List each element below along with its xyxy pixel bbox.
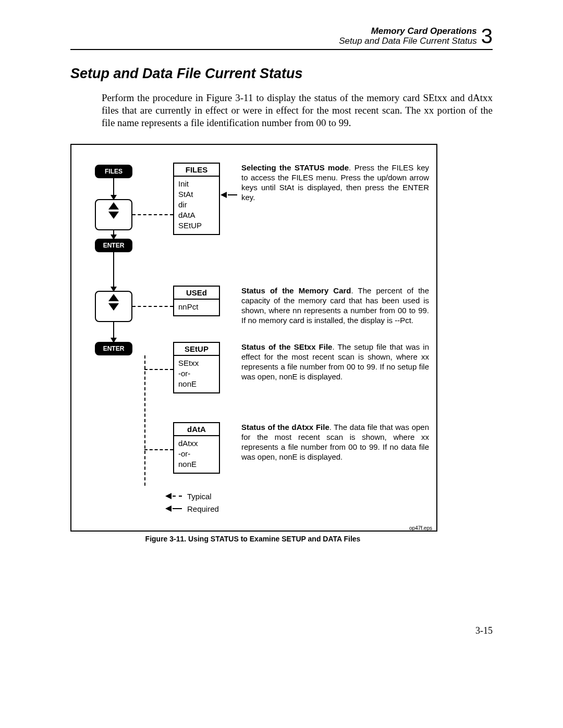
menu-header: USEd <box>174 287 219 300</box>
legend-typical: Typical <box>187 492 212 501</box>
desc-bold: Status of the SEtxx File <box>241 342 332 351</box>
used-menu: USEd nnPct <box>173 286 220 316</box>
desc-bold: Status of the Memory Card <box>241 286 351 295</box>
dashed-connector <box>132 214 173 215</box>
arrow-left-icon <box>165 493 172 499</box>
header-title: Memory Card Operations <box>371 27 477 36</box>
figure-box: FILES ENTER ENTER FILES Init S <box>70 144 437 532</box>
down-arrow-icon <box>108 212 119 219</box>
dashed-connector <box>132 306 173 307</box>
enter-key: ENTER <box>95 239 132 252</box>
arrow-left-icon <box>165 505 172 512</box>
required-arrow-icon <box>221 192 242 198</box>
menu-item: -or- <box>178 449 215 459</box>
up-arrow-icon <box>108 202 119 209</box>
menu-item: SEtxx <box>178 358 215 368</box>
status-mode-description: Selecting the STATUS mode. Press the FIL… <box>241 163 429 202</box>
menu-item: StAt <box>178 189 215 200</box>
files-menu: FILES Init StAt dir dAtA SEtUP <box>173 163 220 235</box>
enter-key: ENTER <box>95 342 132 355</box>
menu-item: dir <box>178 200 215 210</box>
files-key: FILES <box>95 165 132 178</box>
setxx-description: Status of the SEtxx File. The setup file… <box>241 342 429 381</box>
menu-header: SEtUP <box>174 343 219 356</box>
up-arrow-icon <box>108 294 119 301</box>
menu-header: dAtA <box>174 423 219 436</box>
desc-bold: Selecting the STATUS mode <box>241 163 349 172</box>
chapter-number: 3 <box>481 26 493 46</box>
menu-header: FILES <box>174 164 219 177</box>
section-title: Setup and Data File Current Status <box>70 66 493 82</box>
menu-item: dAtxx <box>178 438 215 449</box>
menu-item: dAtA <box>178 210 215 220</box>
page-number: 3-15 <box>475 625 493 636</box>
connector <box>113 252 114 291</box>
desc-bold: Status of the dAtxx File <box>241 423 329 431</box>
intro-paragraph: Perform the procedure in Figure 3-11 to … <box>102 92 493 129</box>
eps-filename: op47f.eps <box>409 525 432 531</box>
dashed-connector <box>144 369 173 370</box>
memory-card-description: Status of the Memory Card. The percent o… <box>241 286 429 325</box>
solid-line-icon <box>173 508 182 509</box>
menu-item: Init <box>178 179 215 189</box>
menu-item: nonE <box>178 379 215 389</box>
menu-item: -or- <box>178 368 215 379</box>
menu-item: SEtUP <box>178 220 215 231</box>
dashed-line-icon <box>173 496 182 497</box>
datxx-description: Status of the dAtxx File. The data file … <box>241 422 429 462</box>
menu-item: nonE <box>178 459 215 470</box>
header-subtitle: Setup and Data File Current Status <box>339 36 477 46</box>
up-down-key <box>95 199 132 230</box>
setup-menu: SEtUP SEtxx -or- nonE <box>173 342 220 393</box>
dashed-connector <box>144 355 145 486</box>
up-down-key <box>95 291 132 322</box>
data-menu: dAtA dAtxx -or- nonE <box>173 422 220 474</box>
legend-required: Required <box>187 504 219 513</box>
figure-caption: Figure 3-11. Using STATUS to Examine SET… <box>70 535 435 543</box>
dashed-connector <box>144 449 173 450</box>
legend: Typical Required <box>165 490 219 515</box>
down-arrow-icon <box>108 303 119 311</box>
header-rule <box>70 49 493 50</box>
menu-item: nnPct <box>178 302 215 312</box>
